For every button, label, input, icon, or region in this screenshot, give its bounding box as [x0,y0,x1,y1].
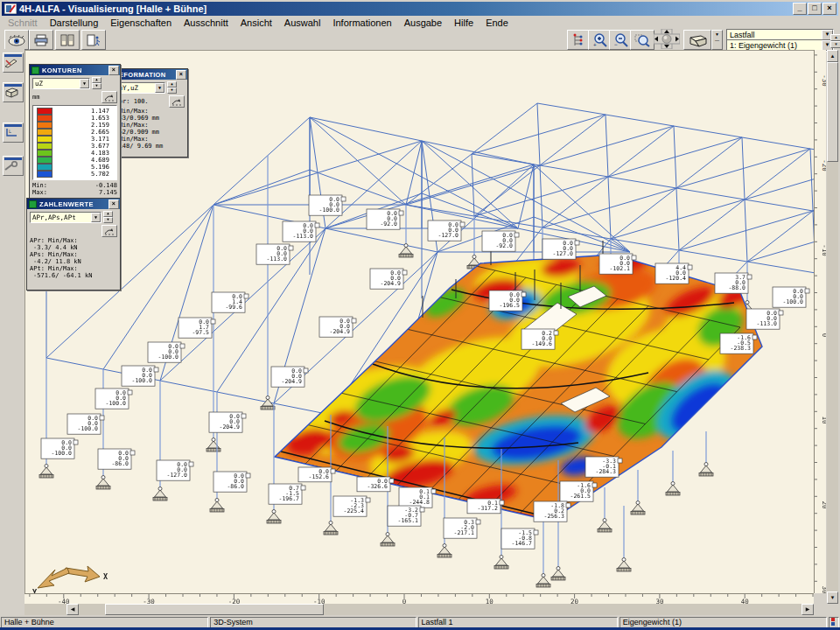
svg-text:-113.0: -113.0 [267,256,288,262]
value-label: 0.00.0-204.9 [370,269,407,289]
legend-swatch [37,157,52,164]
value-label: -1.3-2.3-225.4 [333,496,370,516]
horizontal-scrollbar[interactable]: ◀ ▶ [24,604,814,615]
horizontal-scroll-thumb[interactable] [105,604,324,615]
svg-text:-149.6: -149.6 [532,340,553,347]
maximize-button[interactable]: □ [808,3,822,15]
app-icon [4,4,17,14]
svg-text:-86.0: -86.0 [111,460,129,467]
legend-value: 3.171 [91,136,109,143]
svg-text:L: L [9,129,11,134]
legend-row: 1.653 [35,115,115,122]
value-label: 0.0-326.6 [357,477,394,492]
close-icon[interactable]: × [176,70,186,80]
value-label: -1.80.2-256.3 [534,501,570,522]
legend-row: 1.147 [35,108,115,115]
value-label: -3.3-0.1-284.3 [585,457,622,477]
status-bar: Halle + Bühne 3D-System Lastfall 1 Eigen… [0,616,840,627]
svg-text:-317.2: -317.2 [478,505,499,512]
minimize-button[interactable]: _ [793,3,807,15]
menu-item-eigenschaften[interactable]: Eigenschaften [104,17,178,29]
chevron-down-icon[interactable]: ▼ [80,79,89,88]
scroll-left-icon[interactable]: ◀ [66,604,79,615]
minmax-row: APr: Min/Max:-3.3/ 4.4 kN [30,238,117,251]
eye-icon [8,34,25,46]
title-bar[interactable]: 4H-ALFA - Visualisierung [Halle + Bühne]… [2,2,838,16]
menu-item-ende[interactable]: Ende [480,17,514,29]
panel-zahlenwerte-titlebar[interactable]: ZAHLENWERTE × [27,199,120,209]
panel-konturen-titlebar[interactable]: KONTUREN × [30,65,120,75]
svg-text:-326.6: -326.6 [368,483,388,490]
value-label: 0.00.0-86.0 [98,449,135,469]
konturen-spinner[interactable]: ▲▼ [92,77,102,89]
value-label: 0.00.0-100.0 [122,366,158,386]
ruler-label: -20 [821,159,826,172]
apply-button[interactable] [102,91,117,103]
vertical-scrollbar[interactable]: ▲ ▼ [827,50,838,604]
loadcase-spinner[interactable]: ▲ ▼ [830,34,840,48]
menu-item-ausgabe[interactable]: Ausgabe [398,17,448,29]
legend-swatch [37,143,52,150]
close-icon[interactable]: × [108,66,119,75]
unit-label: mm [32,94,39,101]
value-label: 0.01.7-97.5 [178,318,215,338]
tools-button[interactable] [3,156,24,176]
svg-text:-127.0: -127.0 [438,232,459,239]
panel-icon [29,200,37,208]
axonometry-button[interactable] [683,30,711,50]
minmax-row: APs: Min/Max:-4.2/ 11.8 kN [30,252,117,265]
close-icon[interactable]: × [108,200,119,209]
apply-button[interactable] [169,95,185,108]
axonometry-dropdown[interactable]: ▼ — [711,30,723,50]
svg-text:-100.0: -100.0 [106,400,127,407]
view-button[interactable] [4,30,29,50]
svg-text:-196.5: -196.5 [500,302,521,309]
axes-tool-button[interactable]: L [3,122,24,143]
legend-value: 2.159 [91,122,109,129]
palette-cap [4,84,22,87]
menu-item-auswahl[interactable]: Auswahl [278,17,327,29]
support-icon [381,533,395,547]
konturen-combo[interactable]: uZ ▼ [32,78,90,89]
spinner-up-icon[interactable]: ▲ [830,34,840,41]
legend-value: 5.196 [91,164,109,171]
scroll-up-icon[interactable]: ▲ [827,50,838,62]
ruler-label: 10 [821,416,826,424]
support-icon [324,522,338,536]
apply-button[interactable] [102,225,117,237]
exit-button[interactable] [81,30,106,50]
svg-text:-100.0: -100.0 [319,206,340,214]
scroll-right-icon[interactable]: ▶ [802,604,814,615]
vertical-scroll-thumb[interactable] [827,62,838,162]
scroll-down-icon[interactable]: ▼ [827,592,838,604]
value-label: 3.70.0-88.0 [715,273,752,293]
draw-tool-button[interactable] [3,52,24,73]
support-icon [153,487,167,501]
menu-item-hilfe[interactable]: Hilfe [448,17,480,29]
legend-swatch [37,171,52,178]
support-icon [617,558,631,572]
menu-item-ausschnitt[interactable]: Ausschnitt [178,17,234,29]
zoom-window-button[interactable] [630,30,654,50]
chevron-down-icon[interactable]: ▼ [155,83,164,93]
support-icon [699,463,713,477]
x-axis-label: X [103,572,108,581]
chevron-down-icon[interactable]: ▼ [91,213,101,222]
support-icon [631,501,645,515]
minmax-row: APt: Min/Max:-571.6/ -64.1 kN [30,266,117,279]
report-button[interactable] [55,30,80,50]
close-button[interactable]: × [822,3,836,15]
zahlenwerte-spinner[interactable]: ▲▼ [103,211,113,223]
spinner-down-icon[interactable]: ▼ [830,41,840,48]
deformation-spinner[interactable]: ▲▼ [167,81,177,94]
svg-text:-100.0: -100.0 [52,450,73,457]
menu-item-ansicht[interactable]: Ansicht [234,17,278,29]
zahlenwerte-combo[interactable]: APr,APs,APt ▼ [30,212,102,223]
toolbar: + − [2,29,838,49]
svg-text:-217.1: -217.1 [454,529,475,536]
print-button[interactable] [29,30,53,50]
menu-item-darstellung[interactable]: Darstellung [44,17,105,29]
box-tool-button[interactable] [3,82,24,102]
menu-item-informationen[interactable]: Informationen [326,17,397,29]
pan-control[interactable] [654,29,680,51]
